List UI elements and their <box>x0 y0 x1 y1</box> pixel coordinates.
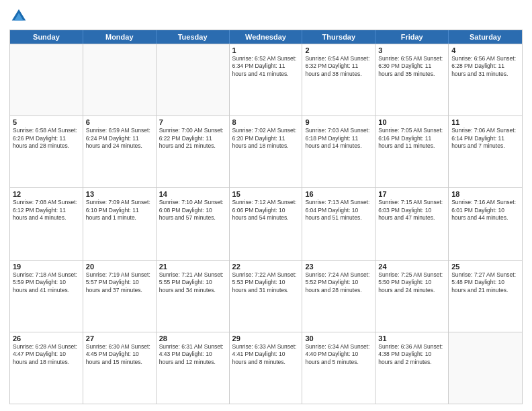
day-number: 6 <box>86 118 153 126</box>
cell-content: Sunrise: 6:55 AM Sunset: 6:30 PM Dayligh… <box>378 55 445 78</box>
calendar-cell: 23Sunrise: 7:24 AM Sunset: 5:52 PM Dayli… <box>302 261 375 332</box>
calendar-row-3: 12Sunrise: 7:08 AM Sunset: 6:12 PM Dayli… <box>10 187 522 259</box>
calendar-header-row: SundayMondayTuesdayWednesdayThursdayFrid… <box>10 30 522 44</box>
calendar-cell: 22Sunrise: 7:22 AM Sunset: 5:53 PM Dayli… <box>230 261 303 332</box>
cell-content: Sunrise: 7:06 AM Sunset: 6:14 PM Dayligh… <box>451 127 519 150</box>
day-number: 20 <box>86 263 153 271</box>
day-number: 24 <box>378 263 445 271</box>
cell-content: Sunrise: 6:59 AM Sunset: 6:24 PM Dayligh… <box>86 127 153 150</box>
calendar-cell: 26Sunrise: 6:28 AM Sunset: 4:47 PM Dayli… <box>10 332 83 404</box>
day-number: 5 <box>13 118 80 126</box>
day-number: 9 <box>305 118 372 126</box>
calendar-header-thursday: Thursday <box>302 30 375 44</box>
calendar-cell: 6Sunrise: 6:59 AM Sunset: 6:24 PM Daylig… <box>83 116 157 187</box>
calendar-cell: 30Sunrise: 6:34 AM Sunset: 4:40 PM Dayli… <box>302 332 375 404</box>
calendar-row-5: 26Sunrise: 6:28 AM Sunset: 4:47 PM Dayli… <box>10 332 522 404</box>
calendar-cell: 2Sunrise: 6:54 AM Sunset: 6:32 PM Daylig… <box>302 44 375 116</box>
calendar-cell: 14Sunrise: 7:10 AM Sunset: 6:08 PM Dayli… <box>157 188 230 259</box>
cell-content: Sunrise: 7:24 AM Sunset: 5:52 PM Dayligh… <box>305 271 372 294</box>
day-number: 2 <box>305 46 372 54</box>
cell-content: Sunrise: 7:16 AM Sunset: 6:01 PM Dayligh… <box>451 199 519 222</box>
cell-content: Sunrise: 7:00 AM Sunset: 6:22 PM Dayligh… <box>159 127 226 150</box>
logo-icon <box>9 7 28 26</box>
cell-content: Sunrise: 7:25 AM Sunset: 5:50 PM Dayligh… <box>378 271 445 294</box>
cell-content: Sunrise: 7:15 AM Sunset: 6:03 PM Dayligh… <box>378 199 445 222</box>
day-number: 4 <box>451 46 519 54</box>
day-number: 30 <box>305 334 372 342</box>
day-number: 31 <box>378 334 445 342</box>
day-number: 22 <box>232 263 300 271</box>
calendar-cell: 24Sunrise: 7:25 AM Sunset: 5:50 PM Dayli… <box>375 261 449 332</box>
calendar-header-saturday: Saturday <box>449 30 522 44</box>
calendar-cell <box>10 44 83 116</box>
day-number: 11 <box>451 118 519 126</box>
day-number: 21 <box>159 263 226 271</box>
day-number: 27 <box>86 334 153 342</box>
page: SundayMondayTuesdayWednesdayThursdayFrid… <box>0 0 532 411</box>
day-number: 29 <box>232 334 300 342</box>
day-number: 12 <box>13 190 80 198</box>
calendar-cell: 20Sunrise: 7:19 AM Sunset: 5:57 PM Dayli… <box>83 261 157 332</box>
day-number: 7 <box>159 118 226 126</box>
calendar-cell: 7Sunrise: 7:00 AM Sunset: 6:22 PM Daylig… <box>157 116 230 187</box>
calendar-header-tuesday: Tuesday <box>157 30 230 44</box>
calendar-cell: 18Sunrise: 7:16 AM Sunset: 6:01 PM Dayli… <box>449 188 522 259</box>
cell-content: Sunrise: 7:27 AM Sunset: 5:48 PM Dayligh… <box>451 271 519 294</box>
cell-content: Sunrise: 6:34 AM Sunset: 4:40 PM Dayligh… <box>305 343 372 366</box>
calendar-cell: 8Sunrise: 7:02 AM Sunset: 6:20 PM Daylig… <box>230 116 303 187</box>
day-number: 15 <box>232 190 300 198</box>
calendar-cell <box>157 44 230 116</box>
calendar-cell <box>83 44 157 116</box>
day-number: 23 <box>305 263 372 271</box>
calendar-cell: 10Sunrise: 7:05 AM Sunset: 6:16 PM Dayli… <box>375 116 449 187</box>
calendar-cell: 25Sunrise: 7:27 AM Sunset: 5:48 PM Dayli… <box>449 261 522 332</box>
calendar-cell: 9Sunrise: 7:03 AM Sunset: 6:18 PM Daylig… <box>302 116 375 187</box>
calendar-cell: 16Sunrise: 7:13 AM Sunset: 6:04 PM Dayli… <box>302 188 375 259</box>
cell-content: Sunrise: 6:52 AM Sunset: 6:34 PM Dayligh… <box>232 55 300 78</box>
logo <box>9 7 31 26</box>
calendar-cell: 19Sunrise: 7:18 AM Sunset: 5:59 PM Dayli… <box>10 261 83 332</box>
calendar-cell: 28Sunrise: 6:31 AM Sunset: 4:43 PM Dayli… <box>157 332 230 404</box>
calendar-row-1: 1Sunrise: 6:52 AM Sunset: 6:34 PM Daylig… <box>10 44 522 116</box>
cell-content: Sunrise: 6:36 AM Sunset: 4:38 PM Dayligh… <box>378 343 445 366</box>
calendar-cell: 5Sunrise: 6:58 AM Sunset: 6:26 PM Daylig… <box>10 116 83 187</box>
day-number: 8 <box>232 118 300 126</box>
calendar-header-wednesday: Wednesday <box>230 30 303 44</box>
day-number: 28 <box>159 334 226 342</box>
cell-content: Sunrise: 7:05 AM Sunset: 6:16 PM Dayligh… <box>378 127 445 150</box>
day-number: 1 <box>232 46 300 54</box>
cell-content: Sunrise: 7:08 AM Sunset: 6:12 PM Dayligh… <box>13 199 80 222</box>
cell-content: Sunrise: 6:54 AM Sunset: 6:32 PM Dayligh… <box>305 55 372 78</box>
calendar-cell: 31Sunrise: 6:36 AM Sunset: 4:38 PM Dayli… <box>375 332 449 404</box>
cell-content: Sunrise: 7:19 AM Sunset: 5:57 PM Dayligh… <box>86 271 153 294</box>
day-number: 13 <box>86 190 153 198</box>
header <box>9 7 523 26</box>
day-number: 14 <box>159 190 226 198</box>
cell-content: Sunrise: 7:03 AM Sunset: 6:18 PM Dayligh… <box>305 127 372 150</box>
cell-content: Sunrise: 6:58 AM Sunset: 6:26 PM Dayligh… <box>13 127 80 150</box>
cell-content: Sunrise: 6:28 AM Sunset: 4:47 PM Dayligh… <box>13 343 80 366</box>
day-number: 18 <box>451 190 519 198</box>
cell-content: Sunrise: 7:21 AM Sunset: 5:55 PM Dayligh… <box>159 271 226 294</box>
day-number: 10 <box>378 118 445 126</box>
cell-content: Sunrise: 6:30 AM Sunset: 4:45 PM Dayligh… <box>86 343 153 366</box>
day-number: 3 <box>378 46 445 54</box>
cell-content: Sunrise: 6:56 AM Sunset: 6:28 PM Dayligh… <box>451 55 519 78</box>
day-number: 16 <box>305 190 372 198</box>
day-number: 19 <box>13 263 80 271</box>
calendar-cell: 27Sunrise: 6:30 AM Sunset: 4:45 PM Dayli… <box>83 332 157 404</box>
cell-content: Sunrise: 6:31 AM Sunset: 4:43 PM Dayligh… <box>159 343 226 366</box>
day-number: 26 <box>13 334 80 342</box>
cell-content: Sunrise: 6:33 AM Sunset: 4:41 PM Dayligh… <box>232 343 300 366</box>
calendar-row-2: 5Sunrise: 6:58 AM Sunset: 6:26 PM Daylig… <box>10 116 522 187</box>
calendar-cell: 3Sunrise: 6:55 AM Sunset: 6:30 PM Daylig… <box>375 44 449 116</box>
calendar-cell: 21Sunrise: 7:21 AM Sunset: 5:55 PM Dayli… <box>157 261 230 332</box>
cell-content: Sunrise: 7:13 AM Sunset: 6:04 PM Dayligh… <box>305 199 372 222</box>
cell-content: Sunrise: 7:09 AM Sunset: 6:10 PM Dayligh… <box>86 199 153 222</box>
calendar-cell: 12Sunrise: 7:08 AM Sunset: 6:12 PM Dayli… <box>10 188 83 259</box>
day-number: 25 <box>451 263 519 271</box>
cell-content: Sunrise: 7:02 AM Sunset: 6:20 PM Dayligh… <box>232 127 300 150</box>
calendar-cell: 15Sunrise: 7:12 AM Sunset: 6:06 PM Dayli… <box>230 188 303 259</box>
calendar-cell: 1Sunrise: 6:52 AM Sunset: 6:34 PM Daylig… <box>230 44 303 116</box>
cell-content: Sunrise: 7:12 AM Sunset: 6:06 PM Dayligh… <box>232 199 300 222</box>
